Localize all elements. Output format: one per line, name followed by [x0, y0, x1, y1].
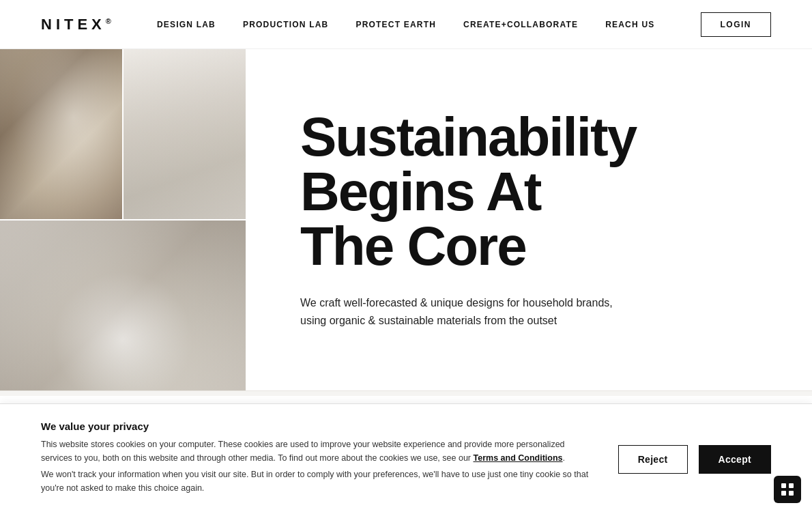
site-header: NITEX® DESIGN LAB PRODUCTION LAB PROTECT…	[0, 0, 812, 49]
hero-image-bottom	[0, 220, 246, 390]
nav-design-lab[interactable]: DESIGN LAB	[157, 20, 216, 29]
hero-image-top-right	[124, 49, 246, 219]
nav-protect-earth[interactable]: PROTECT EARTH	[356, 20, 436, 29]
site-logo: NITEX®	[41, 16, 111, 33]
login-button[interactable]: LOGIN	[701, 12, 772, 37]
hero-text-block: Sustainability Begins At The Core We cra…	[246, 49, 812, 390]
hero-image-grid	[0, 49, 246, 390]
nav-reach-us[interactable]: REACH US	[605, 20, 654, 29]
main-nav: DESIGN LAB PRODUCTION LAB PROTECT EARTH …	[157, 20, 655, 29]
nav-production-lab[interactable]: PRODUCTION LAB	[243, 20, 328, 29]
hero-image-top-left	[0, 49, 122, 219]
hero-heading: Sustainability Begins At The Core	[300, 110, 771, 274]
hero-section: Sustainability Begins At The Core We cra…	[0, 49, 812, 390]
nav-create-collaborate[interactable]: CREATE+COLLABORATE	[463, 20, 578, 29]
hero-subtext: We craft well-forecasted & unique design…	[300, 294, 628, 329]
section-divider	[0, 390, 812, 396]
